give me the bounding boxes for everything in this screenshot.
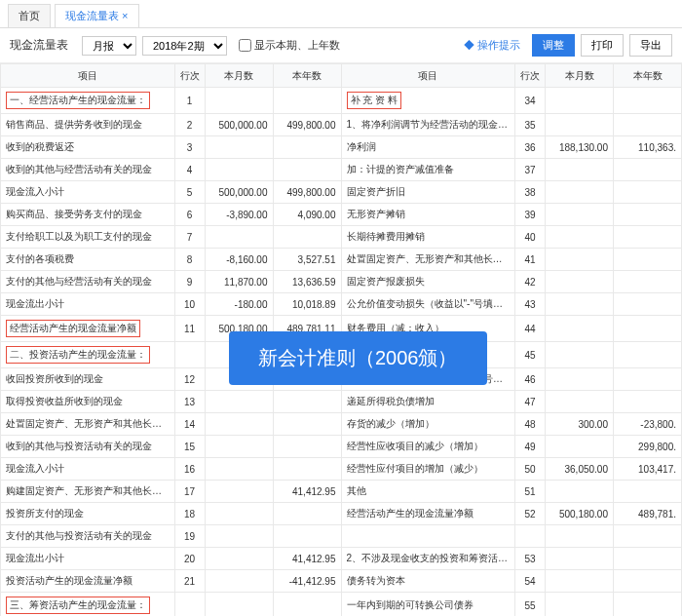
item-cell: 支付给职工以及为职工支付的现金 (1, 226, 175, 249)
table-row[interactable]: 取得投资收益所收到的现金13递延所得税负债增加47 (1, 391, 682, 413)
year-cell: 41,412.95 (273, 548, 341, 570)
table-row[interactable]: 支付的各项税费8-8,160.003,527.51处置固定资产、无形资产和其他长… (1, 249, 682, 271)
year-cell (614, 249, 682, 271)
export-button[interactable]: 导出 (629, 34, 672, 57)
item-cell: 支付的其他与经营活动有关的现金 (1, 271, 175, 293)
item-cell: 无形资产摊销 (341, 204, 515, 226)
item-cell: 1、将净利润调节为经营活动的现金流量： (341, 114, 515, 136)
month-cell: 500,000.00 (205, 181, 273, 204)
year-cell (614, 316, 682, 342)
item-cell: 固定资产折旧 (341, 181, 515, 204)
item-cell: 投资所支付的现金 (1, 503, 175, 525)
table-row[interactable]: 投资活动产生的现金流量净额21-41,412.95债务转为资本54 (1, 570, 682, 593)
item-cell: 固定资产报废损失 (341, 271, 515, 293)
month-cell (546, 226, 614, 249)
rownum-cell: 1 (174, 88, 205, 114)
table-row[interactable]: 购买商品、接受劳务支付的现金6-3,890.004,090.00无形资产摊销39 (1, 204, 682, 226)
rownum-cell: 11 (174, 316, 205, 342)
table-row[interactable]: 支付的其他与投资活动有关的现金19 (1, 525, 682, 548)
year-cell (273, 226, 341, 249)
rownum-cell: 38 (515, 181, 546, 204)
item-cell: 现金流出小计 (1, 548, 175, 570)
year-cell (614, 114, 682, 136)
year-cell: -23,800. (614, 413, 682, 436)
month-cell (546, 159, 614, 181)
month-cell (205, 570, 273, 593)
rownum-cell: 9 (174, 271, 205, 293)
month-cell: 500,000.00 (205, 114, 273, 136)
table-row[interactable]: 收到的其他与投资活动有关的现金15经营性应收项目的减少（增加）49299,800… (1, 436, 682, 458)
month-cell: 188,130.00 (546, 136, 614, 159)
month-cell (205, 88, 273, 114)
close-icon[interactable]: × (122, 10, 128, 21)
year-cell: 103,417. (614, 458, 682, 481)
table-row[interactable]: 支付的其他与经营活动有关的现金911,870.0013,636.59固定资产报废… (1, 271, 682, 293)
item-cell: 加：计提的资产减值准备 (341, 159, 515, 181)
table-row[interactable]: 收到的税费返还3净利润36188,130.00110,363. (1, 136, 682, 159)
year-cell (273, 436, 341, 458)
item-cell: 处置固定资产、无形资产和其他长期资产的损失（收 (341, 249, 515, 271)
rownum-cell: 41 (515, 249, 546, 271)
rownum-cell: 51 (515, 481, 546, 503)
month-cell (546, 481, 614, 503)
rownum-cell: 40 (515, 226, 546, 249)
rownum-cell (174, 593, 205, 617)
rownum-cell: 55 (515, 593, 546, 617)
tab-home[interactable]: 首页 (8, 4, 51, 27)
item-cell: 一年内到期的可转换公司债券 (341, 593, 515, 617)
table-row[interactable]: 现金流入小计5500,000.00499,800.00固定资产折旧38 (1, 181, 682, 204)
month-cell (546, 271, 614, 293)
table-row[interactable]: 处置固定资产、无形资产和其他长期资产所收回的现金净额14存货的减少（增加）483… (1, 413, 682, 436)
period-select[interactable]: 2018年2期 (142, 36, 227, 56)
item-cell (341, 525, 515, 548)
year-cell (273, 458, 341, 481)
month-cell (205, 525, 273, 548)
rownum-cell: 37 (515, 159, 546, 181)
item-cell: 存货的减少（增加） (341, 413, 515, 436)
item-cell: 债务转为资本 (341, 570, 515, 593)
month-cell (546, 249, 614, 271)
month-cell (546, 316, 614, 342)
table-row[interactable]: 收到的其他与经营活动有关的现金4加：计提的资产减值准备37 (1, 159, 682, 181)
item-cell: 一、经营活动产生的现金流量： (1, 88, 175, 114)
rownum-cell: 47 (515, 391, 546, 413)
year-cell (614, 293, 682, 316)
page-title: 现金流量表 (10, 37, 68, 54)
operation-hint[interactable]: ◆ 操作提示 (464, 38, 520, 53)
rownum-cell (174, 342, 205, 368)
item-cell: 支付的各项税费 (1, 249, 175, 271)
query-button[interactable]: 调整 (532, 34, 575, 57)
table-row[interactable]: 购建固定资产、无形资产和其他长期资产所支付的现金1741,412.95其他51 (1, 481, 682, 503)
print-button[interactable]: 打印 (581, 34, 624, 57)
tab-cashflow[interactable]: 现金流量表 × (55, 4, 139, 27)
year-cell (273, 503, 341, 525)
header-row: 项目 行次 本月数 本年数 项目 行次 本月数 本年数 (1, 64, 682, 88)
month-cell (546, 293, 614, 316)
rownum-cell: 13 (174, 391, 205, 413)
table-row[interactable]: 支付给职工以及为职工支付的现金7长期待摊费用摊销40 (1, 226, 682, 249)
year-cell: 4,090.00 (273, 204, 341, 226)
table-row[interactable]: 销售商品、提供劳务收到的现金2500,000.00499,800.001、将净利… (1, 114, 682, 136)
table-row[interactable]: 现金流出小计10-180.0010,018.89公允价值变动损失（收益以"-"号… (1, 293, 682, 316)
rownum-cell: 43 (515, 293, 546, 316)
rownum-cell: 49 (515, 436, 546, 458)
rownum-cell: 5 (174, 181, 205, 204)
table-row[interactable]: 投资所支付的现金18经营活动产生的现金流量净额52500,180.00489,7… (1, 503, 682, 525)
rownum-cell: 18 (174, 503, 205, 525)
show-prev-year-checkbox[interactable]: 显示本期、上年数 (239, 38, 340, 53)
month-cell: 11,870.00 (205, 271, 273, 293)
item-cell: 收回投资所收到的现金 (1, 368, 175, 391)
table-row[interactable]: 三、筹资活动产生的现金流量：一年内到期的可转换公司债券55 (1, 593, 682, 617)
table-row[interactable]: 现金流入小计16经营性应付项目的增加（减少）5036,050.00103,417… (1, 458, 682, 481)
item-cell: 补 充 资 料 (341, 88, 515, 114)
table-row[interactable]: 现金流出小计2041,412.952、不涉及现金收支的投资和筹资活动：53 (1, 548, 682, 570)
year-cell (614, 342, 682, 368)
tab-bar: 首页 现金流量表 × (0, 0, 682, 28)
period-type-select[interactable]: 月报 (82, 36, 136, 56)
rownum-cell: 17 (174, 481, 205, 503)
item-cell: 经营性应收项目的减少（增加） (341, 436, 515, 458)
year-cell (614, 204, 682, 226)
table-row[interactable]: 一、经营活动产生的现金流量：1补 充 资 料34 (1, 88, 682, 114)
rownum-cell: 4 (174, 159, 205, 181)
item-cell: 经营活动产生的现金流量净额 (1, 316, 175, 342)
